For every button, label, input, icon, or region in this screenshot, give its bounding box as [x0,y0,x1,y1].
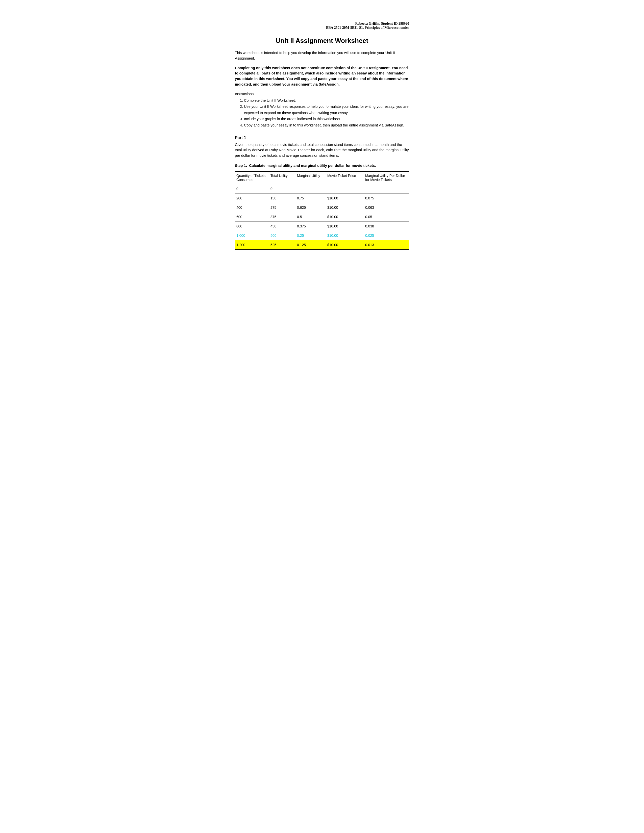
instruction-item-4: Copy and paste your essay in to this wor… [244,122,409,129]
cell-qty: 200 [235,193,269,203]
cell-marginal: 0.5 [295,212,326,221]
col-header-total: Total Utility [269,171,295,184]
table-row: 00--------- [235,184,409,194]
cell-price: $10.00 [326,212,364,221]
cell-marginal: 0.125 [295,240,326,250]
cell-marginal: 0.375 [295,221,326,231]
student-name-id: Rebecca Griffin. Student ID 298920 [235,22,409,26]
col-header-price: Movie Ticket Price [326,171,364,184]
cell-marginal: 0.75 [295,193,326,203]
col-header-mu-dollar: Marginal Utility Per Dollar for Movie Ti… [364,171,409,184]
instructions-label: Instructions: [235,92,409,96]
col-header-qty: Quantity of Tickets Consumed [235,171,269,184]
cell-total: 275 [269,203,295,212]
cell-total: 375 [269,212,295,221]
table-row: 6003750.5$10.000.05 [235,212,409,221]
col-header-marginal: Marginal Utility [295,171,326,184]
cell-total: 150 [269,193,295,203]
cell-total: 500 [269,231,295,240]
part1-heading: Part 1 [235,135,409,140]
cell-qty: 0 [235,184,269,194]
table-body: 00---------2001500.75$10.000.0754002750.… [235,184,409,250]
cell-qty: 600 [235,212,269,221]
instruction-item-2: Use your Unit II Worksheet responses to … [244,103,409,116]
table-row: 4002750.625$10.000.063 [235,203,409,212]
header-block: Rebecca Griffin. Student ID 298920 BBA 2… [235,22,409,30]
instruction-item-1: Complete the Unit II Worksheet. [244,97,409,104]
bold-warning-paragraph: Completing only this worksheet does not … [235,65,409,87]
cell-mu-dollar: 0.075 [364,193,409,203]
cell-marginal: 0.625 [295,203,326,212]
cell-qty: 400 [235,203,269,212]
intro-paragraph-1: This worksheet is intended to help you d… [235,50,409,61]
part1-description: Given the quantity of total movie ticket… [235,142,409,159]
table-header-row: Quantity of Tickets Consumed Total Utili… [235,171,409,184]
cell-mu-dollar: 0.013 [364,240,409,250]
page-title: Unit II Assignment Worksheet [235,37,409,45]
table-row: 8004500.375$10.000.038 [235,221,409,231]
cell-price: $10.00 [326,231,364,240]
cell-mu-dollar: 0.038 [364,221,409,231]
cell-mu-dollar: --- [364,184,409,194]
cell-mu-dollar: 0.05 [364,212,409,221]
cell-price: $10.00 [326,221,364,231]
cell-marginal: 0.25 [295,231,326,240]
instruction-item-3: Include your graphs in the areas indicat… [244,116,409,122]
cell-qty: 800 [235,221,269,231]
cell-total: 450 [269,221,295,231]
course-name: BBA 2501-20M-5B21-S1, Principles of Micr… [235,26,409,30]
cell-qty: 1,000 [235,231,269,240]
cell-price: $10.00 [326,193,364,203]
table-row: 1,2005250.125$10.000.013 [235,240,409,250]
cell-total: 525 [269,240,295,250]
step1-label: Step 1: Calculate marginal utility and m… [235,164,409,167]
cell-mu-dollar: 0.063 [364,203,409,212]
cell-price: $10.00 [326,240,364,250]
page-number: 1 [235,15,409,19]
cell-price: --- [326,184,364,194]
movie-tickets-table: Quantity of Tickets Consumed Total Utili… [235,171,409,250]
cell-marginal: --- [295,184,326,194]
table-row: 1,0005000.25$10.000.025 [235,231,409,240]
cell-total: 0 [269,184,295,194]
instructions-list: Complete the Unit II Worksheet. Use your… [244,97,409,129]
table-row: 2001500.75$10.000.075 [235,193,409,203]
step1-text: Calculate marginal utility and marginal … [249,164,376,167]
cell-price: $10.00 [326,203,364,212]
cell-qty: 1,200 [235,240,269,250]
cell-mu-dollar: 0.025 [364,231,409,240]
step1-word: Step 1: [235,164,247,167]
